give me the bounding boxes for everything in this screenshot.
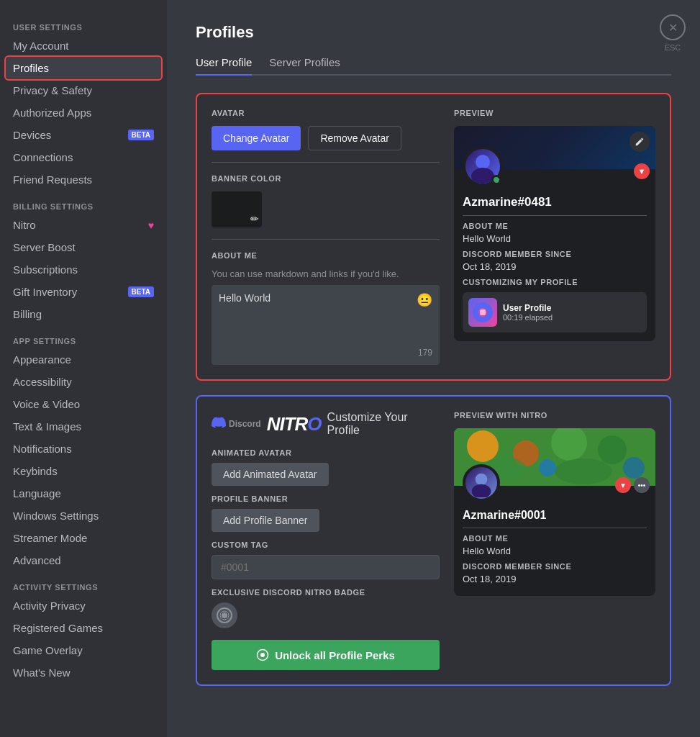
nitro-body: Azmarine#0001 ABOUT ME Hello World DISCO… <box>454 486 655 596</box>
svg-point-19 <box>539 459 556 476</box>
svg-point-7 <box>222 612 227 618</box>
main-content: ✕ ESC Profiles User Profile Server Profi… <box>167 0 700 737</box>
sidebar-item-voice-video[interactable]: Voice & Video <box>6 393 161 415</box>
sidebar-item-language[interactable]: Language <box>6 482 161 505</box>
nitro-about-label: ABOUT ME <box>463 534 647 543</box>
dropdown-icon[interactable]: ▼ <box>634 163 650 179</box>
sidebar-item-label: Subscriptions <box>13 263 154 276</box>
discord-text: Discord <box>229 419 261 429</box>
nitro-action-buttons: ▼ ••• <box>615 477 650 493</box>
about-me-input[interactable]: Hello World <box>219 292 432 343</box>
sidebar-item-label: Server Boost <box>13 241 154 253</box>
sidebar-item-advanced[interactable]: Advanced <box>6 549 161 571</box>
sidebar-item-my-account[interactable]: My Account <box>6 35 161 57</box>
sidebar-item-subscriptions[interactable]: Subscriptions <box>6 258 161 281</box>
sidebar-item-label: Windows Settings <box>13 510 154 522</box>
sidebar-item-label: Registered Games <box>13 622 154 634</box>
preview-member-since-label: DISCORD MEMBER SINCE <box>463 250 647 258</box>
sidebar-item-devices[interactable]: Devices BETA <box>6 124 161 146</box>
preview-body: Azmarine#0481 ABOUT ME Hello World DISCO… <box>454 169 655 341</box>
svg-point-12 <box>467 430 499 462</box>
animated-avatar-label: ANIMATED AVATAR <box>212 448 440 457</box>
sidebar-item-whats-new[interactable]: What's New <box>6 661 161 684</box>
sidebar-item-label: Language <box>13 487 154 499</box>
nitro-about-value: Hello World <box>463 546 647 556</box>
avatar-label: AVATAR <box>212 109 440 117</box>
sidebar-item-keybinds[interactable]: Keybinds <box>6 460 161 482</box>
sidebar-item-label: Advanced <box>13 554 154 566</box>
nitro-logo: NITRO <box>267 413 322 435</box>
profile-card: AVATAR Change Avatar Remove Avatar BANNE… <box>196 93 671 381</box>
divider-2 <box>212 239 440 240</box>
unlock-label: Unlock all Profile Perks <box>275 649 395 661</box>
profile-tabs: User Profile Server Profiles <box>196 56 671 76</box>
sidebar-item-label: Text & Images <box>13 420 154 433</box>
beta-badge-gift: BETA <box>128 286 154 297</box>
sidebar-item-streamer-mode[interactable]: Streamer Mode <box>6 527 161 549</box>
preview-card: ▼ Azmarine#0481 ABOUT ME Hello World DIS… <box>454 126 655 341</box>
sidebar-item-game-overlay[interactable]: Game Overlay <box>6 639 161 661</box>
sidebar-item-authorized-apps[interactable]: Authorized Apps <box>6 101 161 124</box>
sidebar-item-billing[interactable]: Billing <box>6 303 161 325</box>
nitro-more-button[interactable]: ••• <box>634 477 650 493</box>
preview-avatar-wrap <box>463 146 503 186</box>
activity-sub: 00:19 elapsed <box>503 313 553 322</box>
add-animated-avatar-button[interactable]: Add Animated Avatar <box>212 463 329 486</box>
add-profile-banner-button[interactable]: Add Profile Banner <box>212 509 319 532</box>
sidebar-item-label: Accessibility <box>13 376 154 388</box>
sidebar-item-activity-privacy[interactable]: Activity Privacy <box>6 594 161 617</box>
sidebar-item-label: What's New <box>13 666 154 679</box>
sidebar-item-connections[interactable]: Connections <box>6 146 161 168</box>
preview-label: PREVIEW <box>454 109 655 117</box>
sidebar-item-profiles[interactable]: Profiles <box>6 57 161 79</box>
sidebar-item-notifications[interactable]: Notifications <box>6 438 161 460</box>
remove-avatar-button[interactable]: Remove Avatar <box>308 126 401 150</box>
about-me-label: ABOUT ME <box>212 251 440 260</box>
change-avatar-button[interactable]: Change Avatar <box>212 126 301 150</box>
custom-tag-input[interactable] <box>212 555 440 579</box>
preview-activity: User Profile 00:19 elapsed <box>463 292 647 333</box>
emoji-icon[interactable]: 😐 <box>417 292 432 308</box>
activity-settings-label: ACTIVITY SETTINGS <box>6 577 161 594</box>
discord-icon <box>212 415 226 433</box>
sidebar-item-text-images[interactable]: Text & Images <box>6 415 161 438</box>
nitro-heart-button[interactable]: ▼ <box>615 477 631 493</box>
profile-preview: PREVIEW <box>454 109 655 365</box>
esc-label: ESC <box>665 43 681 52</box>
sidebar-item-appearance[interactable]: Appearance <box>6 348 161 371</box>
sidebar-item-label: Appearance <box>13 353 154 366</box>
sidebar-item-windows-settings[interactable]: Windows Settings <box>6 505 161 527</box>
sidebar-item-gift-inventory[interactable]: Gift Inventory BETA <box>6 281 161 303</box>
custom-tag-label: CUSTOM TAG <box>212 541 440 549</box>
preview-banner: ▼ <box>454 126 655 169</box>
about-me-input-wrap: Hello World 😐 179 <box>212 285 440 365</box>
sidebar-item-friend-requests[interactable]: Friend Requests <box>6 168 161 191</box>
esc-button[interactable]: ✕ ESC <box>660 14 686 52</box>
discord-logo: Discord <box>212 415 261 433</box>
sidebar-item-privacy-safety[interactable]: Privacy & Safety <box>6 79 161 101</box>
svg-point-16 <box>623 457 645 479</box>
sidebar: USER SETTINGS My Account Profiles Privac… <box>0 0 167 737</box>
close-icon: ✕ <box>660 14 686 40</box>
svg-point-15 <box>598 435 627 464</box>
nitro-username: Azmarine#0001 <box>463 509 647 522</box>
tab-user-profile[interactable]: User Profile <box>196 56 252 76</box>
nitro-divider <box>463 528 647 528</box>
sidebar-item-label: Voice & Video <box>13 398 154 410</box>
sidebar-item-registered-games[interactable]: Registered Games <box>6 617 161 639</box>
nitro-card: Discord NITRO Customize Your Profile ANI… <box>196 395 671 686</box>
tab-server-profiles[interactable]: Server Profiles <box>269 56 340 76</box>
nitro-avatar <box>463 464 500 502</box>
sidebar-item-accessibility[interactable]: Accessibility <box>6 371 161 393</box>
sidebar-item-nitro[interactable]: Nitro ♥ <box>6 214 161 236</box>
unlock-perks-button[interactable]: Unlock all Profile Perks <box>212 640 440 670</box>
sidebar-item-server-boost[interactable]: Server Boost <box>6 236 161 258</box>
preview-with-nitro-label: PREVIEW WITH NITRO <box>454 411 655 420</box>
activity-icon <box>468 298 497 327</box>
user-settings-label: USER SETTINGS <box>6 17 161 35</box>
edit-avatar-button[interactable] <box>629 132 650 152</box>
nitro-avatar-wrap <box>463 464 500 502</box>
sidebar-item-label: Devices <box>13 129 128 141</box>
banner-color-swatch[interactable]: ✏ <box>212 191 262 227</box>
preview-about-value: Hello World <box>463 233 647 244</box>
